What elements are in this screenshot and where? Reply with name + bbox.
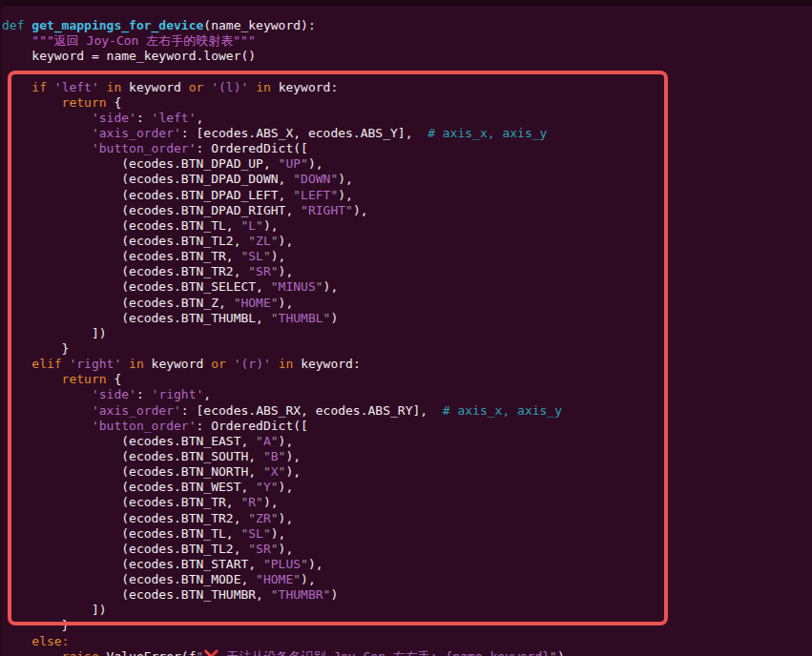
code-token: " (248, 511, 256, 525)
code-line: (ecodes.BTN_SELECT, "MINUS"), (2, 279, 812, 295)
code-token: ' (92, 126, 99, 140)
code-token: ), (285, 464, 301, 479)
code-token: button_order (99, 141, 189, 155)
code-token: SR (256, 542, 271, 556)
code-token: (ecodes.BTN_TL2, (2, 234, 248, 248)
code-token: " (248, 234, 256, 248)
code-token: ), (308, 156, 323, 171)
code-line: 'button_order': OrderedDict([ (2, 419, 812, 434)
code-token: " (271, 279, 279, 294)
code-token: or (203, 357, 233, 371)
code-line: } (2, 341, 812, 357)
code-token: , (197, 111, 204, 125)
code-token: " (271, 542, 279, 556)
code-token: 无法从设备名识别 Joy-Con 左右手: {name_keyword} (219, 649, 551, 656)
code-token: (ecodes.BTN_TL2, (2, 542, 248, 556)
code-token: SR (256, 264, 271, 278)
code-line: (ecodes.BTN_TL2, "ZL"), (2, 234, 812, 249)
code-token: return (2, 95, 114, 110)
code-token: side (99, 111, 129, 125)
code-token: (l) (219, 80, 240, 94)
code-token: ]) (2, 326, 107, 340)
code-token: LEFT (301, 188, 330, 202)
code-token: " (256, 572, 263, 586)
code-token: " (271, 264, 279, 278)
code-line: (ecodes.BTN_START, "PLUS"), (2, 557, 812, 572)
code-line: (ecodes.BTN_TL2, "SR"), (2, 542, 812, 557)
code-token: left (158, 111, 188, 125)
code-line (2, 64, 812, 79)
code-token: ) (330, 311, 338, 325)
code-token: ' (189, 141, 197, 155)
code-token: keyword: (301, 357, 361, 371)
code-token: ), (338, 172, 353, 186)
code-token: (ecodes.BTN_TL, (2, 218, 240, 233)
code-token: (ecodes.BTN_SELECT, (2, 279, 271, 294)
code-line: 'button_order': OrderedDict([ (2, 141, 812, 156)
code-token: (ecodes.BTN_SOUTH, (2, 449, 263, 463)
code-token: ' (92, 403, 99, 418)
code-token: keyword: (279, 80, 339, 94)
code-token: (ecodes.BTN_DPAD_DOWN, (2, 172, 293, 186)
code-token: " (293, 172, 301, 186)
code-token: ' (92, 80, 99, 94)
code-token: (ecodes.BTN_NORTH, (2, 464, 263, 479)
code-token: # axis_x, axis_y (443, 403, 562, 418)
code-token: R (248, 495, 256, 509)
code-line: (ecodes.BTN_Z, "HOME"), (2, 296, 812, 311)
code-token (2, 141, 92, 155)
code-token: ), (308, 557, 323, 571)
code-line: (ecodes.BTN_THUMBL, "THUMBL") (2, 311, 812, 326)
code-token: (ecodes.BTN_TR, (2, 249, 240, 263)
code-token: ' (54, 80, 62, 94)
code-token: " (263, 464, 271, 479)
code-area[interactable]: def get_mappings_for_device(name_keyword… (2, 18, 812, 656)
code-token: : OrderedDict([ (197, 141, 308, 155)
code-token: ' (211, 80, 219, 94)
code-token: else: (2, 634, 69, 648)
code-token: ), (301, 572, 316, 586)
code-token: ), (353, 203, 368, 217)
code-line: (ecodes.BTN_EAST, "A"), (2, 434, 812, 449)
code-token: right (158, 387, 196, 401)
code-token: (ecodes.BTN_THUMBL, (2, 311, 271, 325)
code-line: return { (2, 95, 812, 111)
code-token: (r) (241, 357, 263, 371)
code-token: { (114, 95, 121, 110)
code-token: ), (285, 449, 301, 463)
code-line: def get_mappings_for_device(name_keyword… (2, 18, 812, 33)
code-token (2, 419, 92, 433)
code-token: keyword (129, 80, 181, 94)
code-token: " (345, 203, 353, 217)
code-token: Y (263, 480, 271, 494)
code-token: (ecodes.BTN_THUMBR, (2, 587, 271, 602)
code-line: keyword = name_keyword.lower() (2, 49, 812, 64)
code-token: : OrderedDict([ (197, 419, 308, 433)
code-line: (ecodes.BTN_DPAD_UP, "UP"), (2, 156, 812, 172)
code-token: " (256, 218, 263, 233)
code-token: " (271, 480, 279, 494)
code-line: 'side': 'right', (2, 387, 812, 402)
code-token: HOME (263, 572, 293, 586)
code-token: def (2, 18, 31, 32)
code-token: ), (263, 495, 279, 509)
code-token: " (316, 279, 323, 294)
code-token: " (293, 188, 301, 202)
code-token: : [ecodes.ABS_X, ecodes.ABS_Y], (181, 126, 427, 140)
code-line: (ecodes.BTN_TR2, "ZR"), (2, 511, 812, 526)
code-token: ' (174, 403, 181, 418)
code-token: ' (234, 357, 241, 371)
code-token: in (121, 357, 151, 371)
code-token: " (271, 587, 279, 602)
code-token: ), (279, 480, 294, 494)
code-token: : [ecodes.ABS_RX, ecodes.ABS_RY], (181, 403, 443, 418)
code-line: return { (2, 372, 812, 387)
code-token: get_mappings_for_device (31, 18, 203, 32)
code-token: " (263, 449, 271, 463)
code-token: ), (271, 249, 286, 263)
code-token: " (248, 542, 256, 556)
code-line: (ecodes.BTN_TR, "R"), (2, 495, 812, 510)
code-token: raise (2, 649, 107, 656)
code-token: """返回 Joy-Con 左右手的映射表""" (2, 33, 256, 48)
code-token: RIGHT (308, 203, 345, 217)
